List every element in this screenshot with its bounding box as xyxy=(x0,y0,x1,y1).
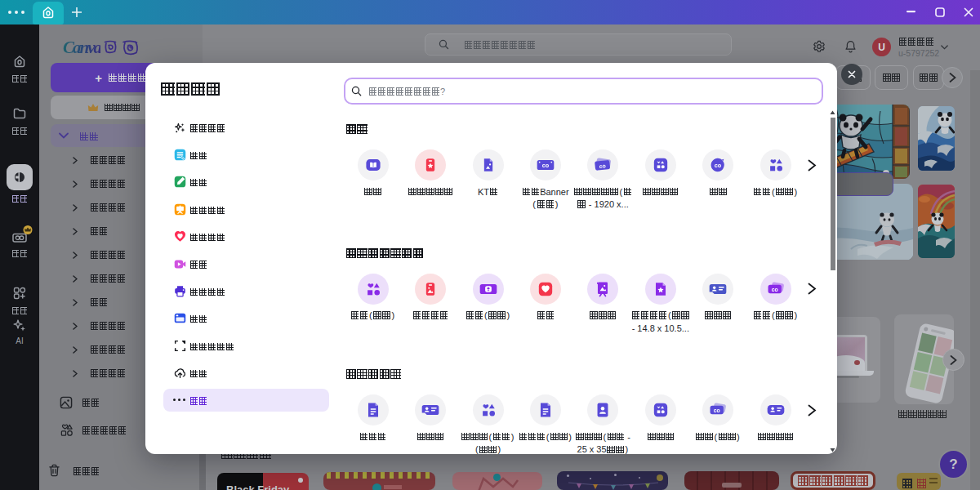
svg-text:co: co xyxy=(771,286,777,292)
svg-text:co: co xyxy=(599,163,607,169)
svg-text:co: co xyxy=(715,162,722,169)
svg-text:co: co xyxy=(714,408,720,413)
svg-text:co: co xyxy=(542,162,550,169)
